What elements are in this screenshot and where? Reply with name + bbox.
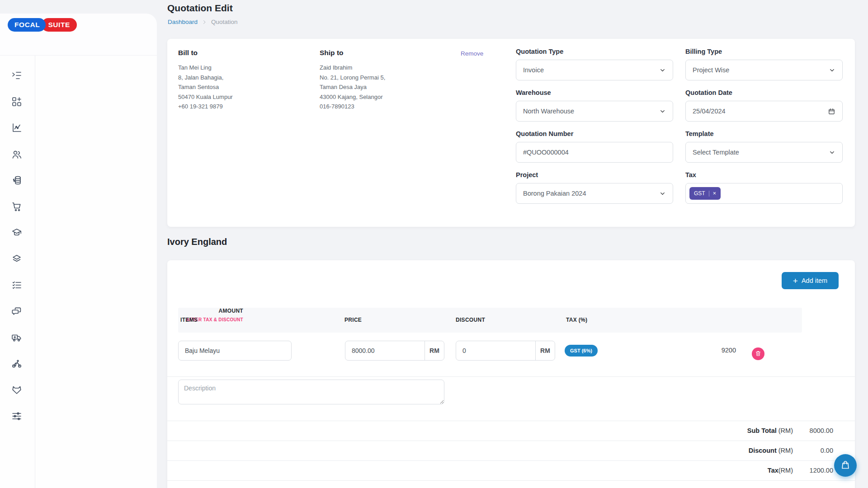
tax-chip-remove-icon[interactable]: × [713,191,716,197]
billing-type-value: Project Wise [693,66,729,74]
discount-currency-addon: RM [535,341,555,360]
chevron-down-icon [829,149,835,156]
ship-to-address-3: 43000 Kajang, Selangor [320,92,385,102]
logo-focal: FOCAL [8,18,46,32]
row-amount-value: 9200 [691,347,736,354]
chevron-right-icon [202,19,207,25]
subtotal-value: 8000.00 [810,427,833,434]
item-name-input[interactable] [178,341,292,361]
ship-to-phone: 016-7890123 [320,102,385,112]
tax-chip-divider [709,191,709,197]
template-select[interactable]: Select Template [685,142,843,163]
bike-icon[interactable] [11,358,22,369]
checklist-icon[interactable] [11,280,22,291]
col-header-amount-main: AMOUNT [178,308,243,314]
remove-address-link[interactable]: Remove [461,50,483,57]
quotation-number-value: #QUOO000004 [523,149,569,156]
chevron-down-icon [659,108,666,115]
quotation-date-group: Quotation Date 25/04/2024 [685,89,843,122]
discount-input[interactable] [456,341,535,360]
bill-to-address-3: 50470 Kuala Lumpur [178,92,233,102]
cart-fab-button[interactable] [834,454,857,477]
add-item-button[interactable]: + Add item [782,272,839,289]
items-table-header: ITEMS PRICE DISCOUNT TAX (%) AMOUNT AFTE… [178,308,802,333]
project-group: Project Borong Pakaian 2024 [516,171,673,204]
billing-type-select[interactable]: Project Wise [685,60,843,80]
totals-divider [167,480,855,481]
calendar-icon[interactable] [828,108,835,115]
bill-to-address-2: Taman Sentosa [178,82,233,92]
bill-to-address-1: 8, Jalan Bahagia, [178,73,233,83]
shopping-bag-icon [840,460,851,472]
delete-item-button[interactable] [752,347,764,360]
bill-to-phone: +60 19-321 9879 [178,102,233,112]
quotation-date-value: 25/04/2024 [693,108,726,115]
totals-divider [167,421,855,421]
breadcrumb: Dashboard Quotation [168,19,238,25]
graduation-cap-icon[interactable] [11,227,22,238]
quotation-edit-screen: FOCAL SUITE Quotation Edit Dashboard Quo… [0,0,868,488]
delivery-truck-icon[interactable] [11,332,22,343]
totals-divider [167,460,855,461]
tax-group: Tax GST × [685,171,843,204]
breadcrumb-dashboard-link[interactable]: Dashboard [168,19,198,25]
trash-icon [755,350,761,358]
tax-total-value: 1200.00 [810,467,833,474]
quotation-date-label: Quotation Date [685,89,843,96]
quotation-date-input[interactable]: 25/04/2024 [685,101,843,122]
items-card: + Add item ITEMS PRICE DISCOUNT TAX (%) … [167,260,855,488]
chevron-down-icon [659,190,666,197]
template-label: Template [685,130,843,137]
quotation-type-group: Quotation Type Invoice [516,48,673,80]
col-header-discount: DISCOUNT [456,317,485,323]
price-input[interactable] [345,341,425,360]
analytics-icon[interactable] [11,122,22,133]
chevron-down-icon [659,67,666,74]
col-header-items: ITEMS [180,317,198,323]
warehouse-group: Warehouse North Warehouse [516,89,673,122]
ship-to-title: Ship to [320,49,385,57]
plus-icon: + [793,277,798,285]
app-logo[interactable]: FOCAL SUITE [8,18,77,32]
sidebar-panel [0,55,157,488]
price-currency-addon: RM [425,341,444,360]
ship-to-address-2: Taman Desa Jaya [320,82,385,92]
tax-multiselect[interactable]: GST × [685,183,843,204]
quotation-number-group: Quotation Number #QUOO000004 [516,130,673,163]
users-icon[interactable] [11,149,22,160]
ship-to-name: Zaid Ibrahim [320,63,385,73]
template-group: Template Select Template [685,130,843,163]
cart-icon[interactable] [11,201,22,212]
list-start-icon[interactable] [11,70,22,81]
project-label: Project [516,171,673,178]
billing-type-label: Billing Type [685,48,843,55]
layers-icon[interactable] [11,253,22,264]
money-coins-icon[interactable] [11,175,22,186]
warehouse-select[interactable]: North Warehouse [516,101,673,122]
warehouse-value: North Warehouse [523,108,574,115]
project-value: Borong Pakaian 2024 [523,190,586,197]
customer-section-title: Ivory England [167,237,227,247]
chevron-down-icon [829,67,835,74]
quotation-type-value: Invoice [523,66,544,74]
bill-to-name: Tan Mei Ling [178,63,233,73]
fox-icon[interactable] [11,385,22,395]
grid-add-icon[interactable] [11,96,22,107]
discount-total-value: 0.00 [821,447,833,454]
logo-suite: SUITE [42,18,77,32]
tax-chip-gst: GST × [689,187,721,200]
quotation-details-card: Bill to Tan Mei Ling 8, Jalan Bahagia, T… [167,39,855,227]
breadcrumb-current: Quotation [211,19,238,25]
subtotal-label: Sub Total (RM) [747,427,793,434]
sliders-icon[interactable] [11,411,22,422]
project-select[interactable]: Borong Pakaian 2024 [516,183,673,204]
quotation-number-input[interactable]: #QUOO000004 [516,142,673,163]
totals-divider [167,441,855,441]
item-description-textarea[interactable] [178,380,444,404]
row-divider [167,376,855,377]
tax-label: Tax [685,171,843,178]
quotation-type-select[interactable]: Invoice [516,60,673,80]
row-tax-badge: GST (6%) [565,345,598,357]
chat-icon[interactable] [11,306,22,317]
warehouse-label: Warehouse [516,89,673,96]
